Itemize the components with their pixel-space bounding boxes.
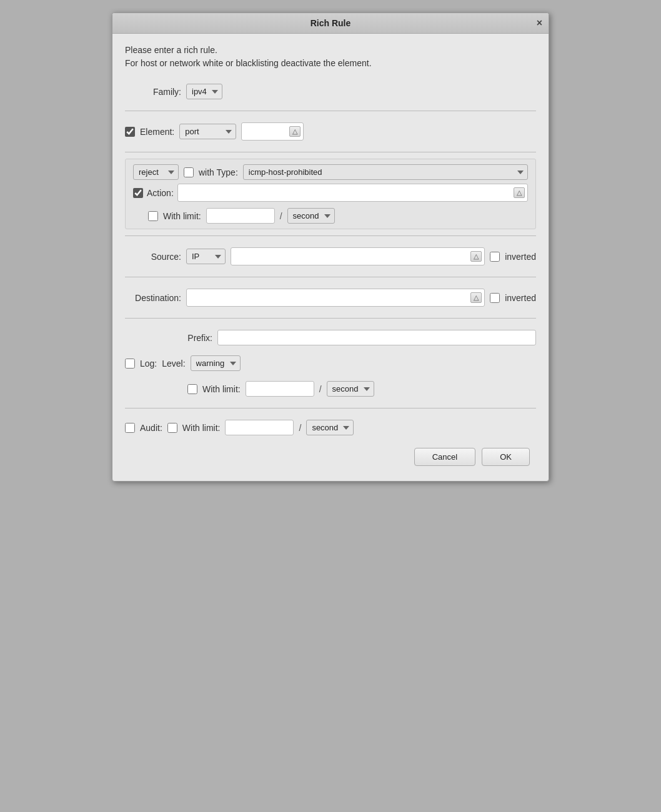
- source-value-input[interactable]: 192.168.1.0/24: [234, 249, 469, 264]
- action-checkbox-row: Action: △: [133, 184, 528, 202]
- separator-4: [125, 277, 536, 277]
- action-limit-input[interactable]: [206, 208, 275, 224]
- log-checkbox[interactable]: [125, 359, 135, 369]
- action-type-select[interactable]: accept drop reject: [133, 164, 179, 180]
- action-text-input[interactable]: [181, 186, 512, 200]
- cancel-button[interactable]: Cancel: [414, 448, 475, 466]
- with-type-select[interactable]: icmp-host-prohibited icmp-port-unreachab…: [243, 164, 528, 180]
- prefix-input[interactable]: [217, 330, 536, 345]
- audit-slash: /: [299, 423, 301, 433]
- source-edit-button[interactable]: △: [470, 251, 482, 262]
- prefix-label: Prefix:: [125, 333, 212, 343]
- element-value-field: 22/tcp △: [241, 122, 304, 141]
- audit-checkbox[interactable]: [125, 423, 135, 433]
- action-limit-row: With limit: / second minute hour day: [133, 205, 528, 224]
- dialog-title: Rich Rule: [311, 18, 351, 28]
- family-label: Family:: [125, 87, 181, 97]
- audit-limit-checkbox[interactable]: [167, 423, 177, 433]
- source-row: Source: IP MAC 192.168.1.0/24 △ inverted: [125, 242, 536, 270]
- action-section: accept drop reject with Type: icmp-host-…: [125, 159, 536, 229]
- audit-limit-time-select[interactable]: second minute hour day: [306, 420, 354, 435]
- ok-button[interactable]: OK: [482, 448, 530, 466]
- source-inverted-checkbox[interactable]: [490, 252, 500, 262]
- log-slash: /: [319, 384, 322, 394]
- source-value-field: 192.168.1.0/24 △: [231, 247, 485, 265]
- with-type-checkbox[interactable]: [184, 167, 194, 177]
- prefix-row: Prefix:: [125, 325, 536, 350]
- log-limit-label: With limit:: [202, 384, 241, 394]
- log-limit-time-select[interactable]: second minute hour day: [327, 381, 374, 397]
- family-select[interactable]: ipv4 ipv6: [186, 84, 222, 99]
- buttons-row: Cancel OK: [125, 440, 536, 471]
- audit-row: Audit: With limit: / second minute hour …: [125, 415, 536, 440]
- separator-5: [125, 318, 536, 319]
- rich-rule-dialog: Rich Rule × Please enter a rich rule. Fo…: [112, 12, 549, 482]
- description-line2: For host or network white or blacklistin…: [125, 57, 536, 70]
- destination-value-field: △: [186, 289, 485, 307]
- element-row: Element: port service protocol icmp-type…: [125, 117, 536, 146]
- element-checkbox[interactable]: [125, 127, 135, 137]
- with-type-label: with Type:: [199, 167, 238, 177]
- description-line1: Please enter a rich rule.: [125, 44, 536, 57]
- destination-inverted-label: inverted: [505, 293, 536, 303]
- destination-label: Destination:: [125, 293, 181, 303]
- action-checkbox[interactable]: [133, 188, 143, 198]
- destination-row: Destination: △ inverted: [125, 284, 536, 312]
- source-label: Source:: [125, 252, 181, 262]
- dialog-body: Please enter a rich rule. For host or ne…: [112, 34, 549, 481]
- audit-limit-label: With limit:: [182, 423, 221, 433]
- source-type-select[interactable]: IP MAC: [186, 249, 226, 264]
- separator-6: [125, 408, 536, 408]
- log-limit-checkbox[interactable]: [187, 384, 197, 394]
- action-slash: /: [280, 211, 282, 221]
- source-inverted-label: inverted: [505, 252, 536, 262]
- title-bar: Rich Rule ×: [112, 13, 549, 34]
- action-limit-checkbox[interactable]: [148, 211, 158, 221]
- log-row: Log: Level: emerg alert crit error warni…: [125, 350, 536, 376]
- destination-value-input[interactable]: [189, 290, 469, 305]
- description: Please enter a rich rule. For host or ne…: [125, 44, 536, 70]
- separator-1: [125, 111, 536, 111]
- element-value-input[interactable]: 22/tcp: [244, 124, 288, 139]
- action-label: Action:: [147, 188, 174, 198]
- log-level-select[interactable]: emerg alert crit error warning notice in…: [191, 355, 241, 371]
- action-limit-label: With limit:: [163, 211, 201, 221]
- action-limit-time-select[interactable]: second minute hour day: [287, 208, 335, 224]
- element-edit-button[interactable]: △: [289, 126, 301, 137]
- separator-2: [125, 152, 536, 152]
- element-label: Element:: [140, 127, 174, 137]
- log-label: Log:: [140, 359, 157, 369]
- close-button[interactable]: ×: [537, 18, 542, 28]
- separator-3: [125, 235, 536, 236]
- action-edit-button[interactable]: △: [514, 187, 525, 198]
- log-section: Prefix: Log: Level: emerg alert crit err…: [125, 325, 536, 402]
- log-limit-row: With limit: / second minute hour day: [125, 376, 536, 402]
- destination-edit-button[interactable]: △: [470, 292, 482, 303]
- audit-label: Audit:: [140, 423, 162, 433]
- audit-limit-input[interactable]: [225, 420, 294, 435]
- action-type-row: accept drop reject with Type: icmp-host-…: [133, 164, 528, 180]
- action-text-field: △: [177, 184, 528, 202]
- log-limit-input[interactable]: [246, 381, 314, 397]
- log-level-label: Level:: [162, 359, 185, 369]
- element-type-select[interactable]: port service protocol icmp-type: [179, 124, 236, 139]
- destination-inverted-checkbox[interactable]: [490, 293, 500, 303]
- family-row: Family: ipv4 ipv6: [125, 79, 536, 104]
